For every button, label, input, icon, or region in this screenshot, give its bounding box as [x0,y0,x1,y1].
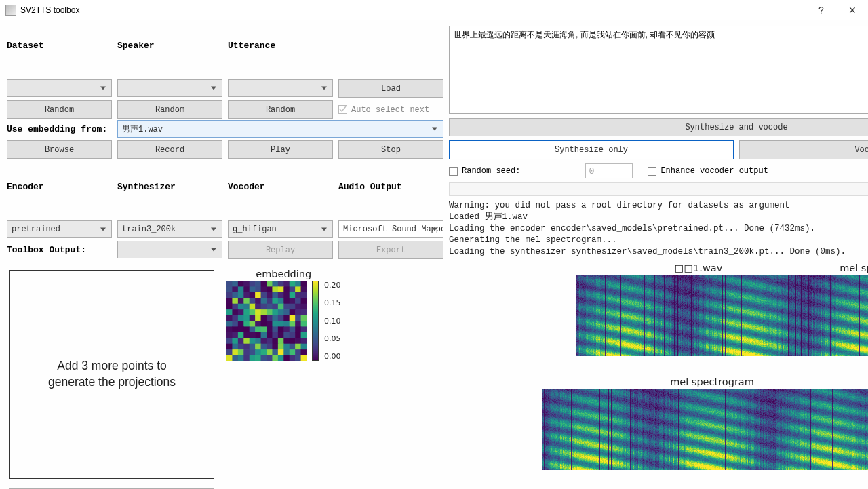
browse-button[interactable]: Browse [7,140,112,159]
synthesis-text-input[interactable] [449,26,868,114]
vocode-only-button[interactable]: Vocode only [739,140,868,159]
vocoder-combo[interactable]: g_hifigan [228,220,333,238]
random-seed-checkbox[interactable]: Random seed: [449,166,520,176]
vocoder-label: Vocoder [228,182,333,192]
synthesizer-label: Synthesizer [117,182,222,192]
embedding-source-value: 男声1.wav [122,123,163,135]
play-button[interactable]: Play [228,140,333,159]
titlebar[interactable]: SV2TTS toolbox ? ✕ [0,0,868,20]
speaker-combo[interactable] [117,79,222,97]
speaker-label: Speaker [117,41,222,51]
projection-canvas: Add 3 more points to generate the projec… [9,270,214,479]
cbar-tick: 0.20 [324,281,341,290]
cbar-tick: 0.05 [324,334,341,343]
utterance-combo[interactable] [228,79,333,97]
help-button[interactable]: ? [806,0,837,20]
cbar-tick: 0.15 [324,298,341,307]
random-seed-label: Random seed: [462,166,520,176]
synthesizer-value: train3_200k [122,224,176,234]
synthesize-and-vocode-button[interactable]: Synthesize and vocode [449,118,868,136]
dataset-label: Dataset [7,41,112,51]
audio-output-combo[interactable]: Microsoft Sound Mapper [338,220,443,238]
auto-select-label: Auto select next [351,105,429,115]
checkbox-icon [449,167,458,176]
window-title: SV2TTS toolbox [20,5,79,15]
synthesize-only-button[interactable]: Synthesize only [449,140,734,159]
mel-spectrogram-1 [576,275,868,356]
random-utterance-button[interactable]: Random [228,100,333,119]
utterance-label: Utterance [228,41,333,51]
record-button[interactable]: Record [117,140,222,159]
projection-placeholder: Add 3 more points to generate the projec… [48,358,176,390]
vocoder-value: g_hifigan [233,224,277,234]
random-seed-input[interactable] [585,163,633,178]
close-button[interactable]: ✕ [837,0,868,20]
enhance-vocoder-checkbox[interactable]: Enhance vocoder output [648,166,768,176]
dataset-combo[interactable] [7,79,112,97]
export-button[interactable]: Export [338,241,443,259]
stop-button[interactable]: Stop [338,140,443,159]
cbar-tick: 0.00 [324,352,341,361]
toolbox-output-combo[interactable] [117,241,222,258]
embedding-source-combo[interactable]: 男声1.wav [117,120,443,138]
cbar-tick: 0.10 [324,317,341,326]
audio-output-value: Microsoft Sound Mapper [343,224,443,234]
mel1-title: mel spectrogram [821,262,868,273]
encoder-combo[interactable]: pretrained [7,220,112,238]
wav-title: □□1.wav [658,262,739,273]
embedding-colorbar [312,281,319,361]
enhance-vocoder-label: Enhance vocoder output [660,166,768,176]
mel-spectrogram-2 [542,389,868,470]
use-embedding-label: Use embedding from: [7,124,112,134]
encoder-label: Encoder [7,182,112,192]
checkbox-icon [338,105,347,114]
progress-bar [449,182,868,196]
replay-button[interactable]: Replay [228,241,333,259]
app-icon [5,5,16,16]
encoder-value: pretrained [12,224,60,234]
embedding-title: embedding [256,269,311,279]
checkbox-icon [648,167,656,176]
random-speaker-button[interactable]: Random [117,100,222,119]
embedding-heatmap [226,281,307,361]
mel2-title: mel spectrogram [670,376,754,387]
toolbox-output-label: Toolbox Output: [7,245,112,255]
synthesizer-combo[interactable]: train3_200k [117,220,222,238]
load-button[interactable]: Load [338,79,443,98]
log-output: Warning: you did not pass a root directo… [449,200,868,257]
auto-select-next-checkbox[interactable]: Auto select next [338,100,443,119]
random-dataset-button[interactable]: Random [7,100,112,119]
audio-output-label: Audio Output [338,182,443,192]
